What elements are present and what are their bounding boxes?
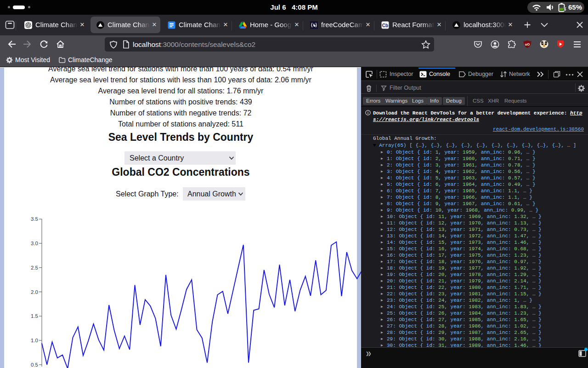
svg-text:1.5: 1.5: [31, 313, 38, 319]
svg-text:uO: uO: [525, 42, 530, 46]
svg-text:0.5: 0.5: [31, 362, 38, 368]
svg-text:3.0: 3.0: [31, 241, 38, 246]
svg-text:Cb: Cb: [382, 23, 388, 28]
svg-text:2.0: 2.0: [31, 289, 38, 295]
svg-text:1.0: 1.0: [31, 338, 38, 343]
svg-text:2.5: 2.5: [31, 265, 38, 270]
svg-text:3.5: 3.5: [31, 216, 38, 222]
